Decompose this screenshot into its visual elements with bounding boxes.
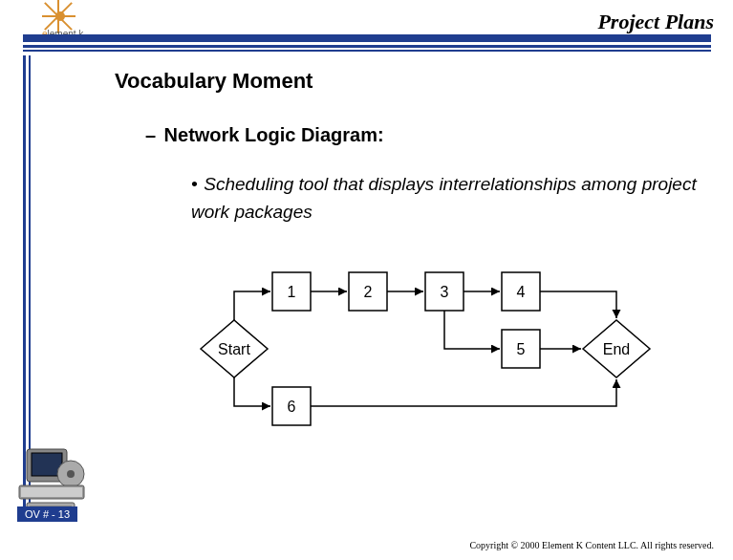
svg-text:6: 6: [288, 398, 296, 415]
page-title: Project Plans: [597, 10, 714, 34]
diagram-start-label: Start: [218, 341, 250, 357]
header-underline: [23, 34, 711, 52]
diagram-end-label: End: [603, 341, 630, 357]
section-title: Vocabulary Moment: [115, 69, 707, 94]
ov-tag: OV # - 13: [17, 506, 77, 522]
subtitle: – Network Logic Diagram:: [145, 124, 707, 146]
svg-text:1: 1: [288, 284, 296, 300]
content-area: Vocabulary Moment – Network Logic Diagra…: [115, 69, 707, 226]
slide-header: element k Project Plans: [0, 0, 733, 46]
copyright-text: Copyright © 2000 Element K Content LLC. …: [469, 540, 714, 550]
svg-rect-11: [21, 487, 82, 497]
svg-text:2: 2: [364, 284, 373, 300]
bullet-text: • Scheduling tool that displays interrel…: [191, 171, 707, 226]
svg-point-9: [67, 470, 75, 478]
svg-text:3: 3: [441, 284, 449, 300]
svg-text:4: 4: [517, 284, 526, 300]
network-logic-diagram: Start End 1 2 3 4 5 6: [162, 248, 679, 430]
svg-text:5: 5: [517, 341, 526, 357]
